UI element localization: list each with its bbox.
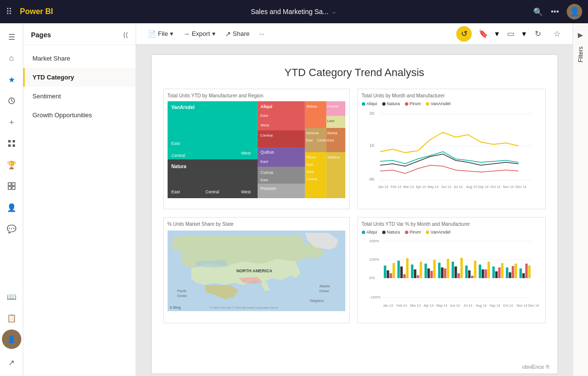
nav-expand-icon[interactable]: ↗	[2, 353, 21, 372]
apps-grid-icon[interactable]: ⠿	[6, 6, 12, 17]
svg-text:Nov 14: Nov 14	[503, 185, 513, 188]
nav-create-icon[interactable]: ＋	[2, 112, 21, 132]
treemap-visual[interactable]: VanArsdel East Central West Natura East …	[168, 101, 345, 198]
more-toolbar-button[interactable]: ···	[255, 28, 268, 39]
svg-rect-114	[465, 266, 467, 278]
svg-rect-109	[447, 259, 449, 278]
svg-text:Apr 14: Apr 14	[416, 185, 426, 189]
svg-rect-96	[403, 274, 405, 278]
svg-text:West: West	[241, 151, 250, 156]
svg-text:Mar 14: Mar 14	[410, 304, 420, 307]
view-button[interactable]: ▭	[503, 26, 518, 42]
svg-rect-102	[424, 264, 427, 278]
svg-text:200%: 200%	[369, 239, 379, 243]
nav-apps-icon[interactable]	[2, 134, 21, 153]
svg-rect-113	[460, 258, 463, 278]
legend-item-natura: Natura	[382, 101, 400, 106]
legend-item-vanarsdel: VanArsdel	[426, 101, 450, 106]
pages-sidebar: Pages ⟨⟨ Market Share YTD Category Senti…	[23, 23, 136, 376]
user-avatar[interactable]: 👤	[567, 4, 582, 19]
svg-rect-133	[528, 266, 530, 278]
filters-icon[interactable]: ▶	[578, 31, 583, 39]
nav-messages-icon[interactable]: 💬	[2, 219, 21, 238]
svg-rect-104	[430, 271, 433, 278]
search-icon[interactable]: 🔍	[533, 7, 543, 16]
toolbar: 📄 File ▾ → Export ▾ ↗ Share ··· ↺ 🔖 ▾ ▭	[136, 23, 573, 45]
nav-hub-icon[interactable]: 📋	[2, 308, 21, 328]
svg-text:Salwus: Salwus	[327, 155, 339, 159]
title-dropdown-icon[interactable]: ⌵	[332, 8, 336, 15]
svg-text:Sep 14: Sep 14	[489, 304, 500, 308]
icon-sidebar: ☰ ⌂ ★ ＋ 🏆 👤 💬 📖 📋 👤 ↗	[0, 23, 23, 376]
svg-rect-116	[471, 276, 473, 278]
nav-menu-icon[interactable]: ☰	[2, 27, 21, 47]
svg-rect-122	[492, 266, 495, 278]
share-button[interactable]: ↗ Share	[221, 28, 254, 40]
svg-rect-8	[12, 183, 15, 186]
page-item-market-share[interactable]: Market Share	[23, 49, 136, 68]
svg-text:Jan 14: Jan 14	[383, 304, 393, 307]
line-chart-visual[interactable]: 2K 1K 0K	[362, 108, 542, 205]
nav-home-icon[interactable]: ⌂	[2, 48, 21, 68]
svg-text:West: West	[306, 170, 314, 173]
svg-rect-5	[8, 144, 11, 147]
svg-rect-98	[411, 265, 413, 278]
svg-text:0%: 0%	[369, 276, 375, 280]
svg-rect-3	[8, 140, 11, 142]
bar-legend-pirum: Pirum	[405, 230, 421, 235]
svg-text:Mar 14: Mar 14	[403, 185, 414, 188]
svg-rect-127	[509, 272, 511, 278]
page-item-sentiment[interactable]: Sentiment	[23, 87, 136, 106]
map-visual[interactable]: NORTH AMERICA Pacific Ocean Atlantic Oce…	[168, 230, 345, 312]
pages-title: Pages	[31, 31, 51, 39]
charts-grid: Total Units YTD by Manufacturer and Regi…	[163, 89, 546, 323]
svg-line-2	[12, 101, 13, 102]
svg-text:May 14: May 14	[427, 185, 438, 189]
user-avatar-small[interactable]: 👤	[2, 329, 21, 349]
svg-rect-108	[444, 268, 446, 278]
nav-workspaces-icon[interactable]	[2, 176, 21, 196]
svg-rect-111	[454, 266, 457, 278]
favorite-button[interactable]: ☆	[549, 26, 565, 42]
collapse-sidebar-button[interactable]: ⟨⟨	[123, 31, 128, 39]
nav-people-icon[interactable]: 👤	[2, 198, 21, 217]
filters-label[interactable]: Filters	[577, 47, 584, 63]
report-canvas: YTD Category Trend Analysis Total Units …	[136, 45, 573, 376]
svg-text:Dec 14: Dec 14	[515, 185, 526, 188]
export-button[interactable]: → Export ▾	[179, 28, 219, 40]
svg-rect-117	[474, 261, 476, 278]
svg-text:Lexi: Lexi	[327, 119, 334, 123]
reset-button[interactable]: ↺	[456, 26, 472, 42]
bookmark-button[interactable]: 🔖	[476, 26, 491, 42]
treemap-title: Total Units YTD by Manufacturer and Regi…	[168, 93, 345, 98]
svg-text:Feb 14: Feb 14	[390, 185, 401, 188]
more-options-icon[interactable]: •••	[551, 7, 559, 16]
svg-text:Jul 14: Jul 14	[463, 304, 472, 307]
nav-trophy-icon[interactable]: 🏆	[2, 155, 21, 174]
svg-rect-106	[438, 263, 440, 278]
svg-text:Central: Central	[205, 189, 219, 194]
line-chart-title: Total Units by Month and Manufacturer	[362, 93, 542, 98]
nav-learn-icon[interactable]: 📖	[2, 287, 21, 306]
refresh-button[interactable]: ↻	[530, 26, 545, 42]
bar-legend-natura: Natura	[382, 230, 400, 235]
bar-chart-visual[interactable]: 200% 100% 0% -100%	[362, 236, 542, 319]
svg-rect-125	[501, 263, 503, 278]
nav-recent-icon[interactable]	[2, 91, 21, 110]
svg-text:b Bing: b Bing	[170, 305, 180, 310]
svg-rect-101	[419, 262, 422, 278]
svg-rect-97	[406, 258, 408, 278]
svg-text:East: East	[306, 139, 312, 142]
page-item-growth-opportunities[interactable]: Growth Opportunities	[23, 106, 136, 125]
map-chart: % Units Market Share by State	[163, 217, 350, 323]
file-button[interactable]: 📄 File ▾	[144, 28, 177, 40]
top-bar: ⠿ Power BI Sales and Marketing Sa... ⌵ 🔍…	[0, 0, 588, 23]
svg-text:Nov 14: Nov 14	[516, 304, 527, 307]
nav-favorites-icon[interactable]: ★	[2, 70, 21, 89]
svg-text:Central: Central	[317, 139, 327, 142]
svg-rect-112	[457, 273, 460, 278]
pages-header: Pages ⟨⟨	[23, 23, 136, 45]
page-item-ytd-category[interactable]: YTD Category	[23, 68, 136, 87]
pages-nav: Market Share YTD Category Sentiment Grow…	[23, 45, 136, 128]
report-title-header: Sales and Marketing Sa... ⌵	[59, 8, 527, 16]
